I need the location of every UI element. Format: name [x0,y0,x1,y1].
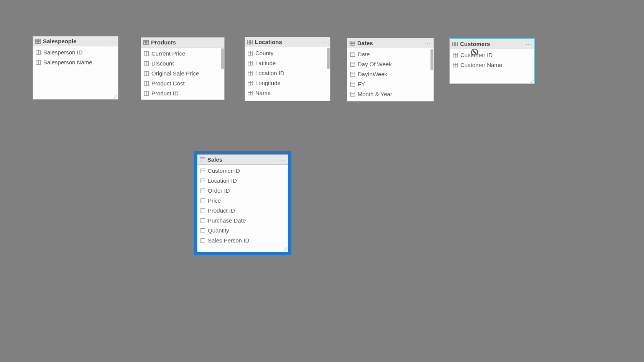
column-icon [36,50,41,55]
table-header[interactable]: Salespeople ··· [33,36,118,46]
field-row[interactable]: Customer ID [197,166,288,176]
table-title: Locations [255,39,320,45]
resize-grip[interactable] [284,247,288,251]
field-row[interactable]: Product Cost [141,79,224,88]
table-menu-button[interactable]: ··· [424,40,431,46]
table-sales[interactable]: Sales ··· Customer ID Location ID Order … [197,154,288,252]
column-icon [200,169,205,173]
table-dates[interactable]: Dates ··· Date Day Of Week DayInWeek FY … [347,38,434,102]
table-title: Sales [207,156,278,163]
field-name: Purchase Date [208,216,246,225]
field-row[interactable]: Month & Year [347,89,434,99]
field-row[interactable]: Product ID [197,206,288,216]
field-row[interactable]: Discount [141,59,224,69]
field-row[interactable]: Purchase Date [197,216,288,226]
field-row[interactable]: DayInWeek [347,69,434,79]
field-name: Order ID [208,187,230,195]
table-customers[interactable]: Customers ··· Customer ID Customer Name [449,38,535,84]
field-row[interactable]: Date [347,49,434,59]
column-icon [144,61,149,66]
field-name: Salesperson ID [43,48,83,57]
table-menu-button[interactable]: ··· [320,39,328,45]
field-name: Location ID [255,69,284,77]
column-icon [200,198,205,203]
scrollbar[interactable] [430,49,433,70]
field-row[interactable]: Product ID [141,88,224,98]
table-menu-button[interactable]: ··· [278,157,286,163]
field-row[interactable]: Latitude [245,58,330,68]
column-icon [350,82,355,87]
column-icon [144,81,149,86]
table-header[interactable]: Dates ··· [347,38,434,48]
resize-grip[interactable] [530,79,534,83]
field-row[interactable]: Salesperson Name [33,57,118,67]
column-icon [200,228,205,233]
table-icon [143,40,149,45]
column-icon [200,208,205,213]
table-salespeople[interactable]: Salespeople ··· Salesperson ID Salespers… [33,36,118,100]
table-header[interactable]: Products ··· [141,38,224,48]
field-row[interactable]: Name [245,88,330,98]
field-name: Sales Person ID [208,236,249,245]
column-icon [350,92,355,97]
column-icon [453,63,458,67]
field-row[interactable]: Sales Person ID [197,236,288,246]
field-name: Price [208,197,221,205]
field-row[interactable]: Price [197,196,288,206]
field-name: Name [255,89,271,97]
field-row[interactable]: Day Of Week [347,59,434,69]
table-menu-button[interactable]: ··· [108,38,116,44]
field-row[interactable]: Salesperson ID [33,48,118,57]
table-menu-button[interactable]: ··· [215,39,222,46]
table-body: Salesperson ID Salesperson Name [33,46,118,99]
field-row[interactable]: Longitude [245,78,330,88]
table-body: Date Day Of Week DayInWeek FY Month & Ye… [347,48,434,101]
field-row[interactable]: Current Price [141,49,224,59]
column-icon [248,71,253,75]
resize-grip[interactable] [114,95,118,99]
field-name: Customer ID [460,51,493,59]
table-icon [247,40,253,44]
table-products[interactable]: Products ··· Current Price Discount Orig… [141,37,225,100]
table-locations[interactable]: Locations ··· County Latitude Location I… [245,37,330,101]
field-name: DayInWeek [358,70,387,79]
column-icon [200,188,205,193]
field-row[interactable]: Quantity [197,226,288,236]
field-row[interactable]: Customer ID [450,50,534,60]
field-name: Month & Year [358,90,392,98]
field-name: Current Price [151,49,185,58]
field-name: Discount [151,59,174,68]
field-name: County [255,49,274,57]
field-name: Product ID [151,89,179,98]
field-row[interactable]: Location ID [197,176,288,186]
table-icon [35,39,41,44]
field-row[interactable]: FY [347,79,434,89]
table-header[interactable]: Customers ··· [450,39,534,49]
field-row[interactable]: Order ID [197,186,288,196]
field-name: Latitude [255,59,276,67]
column-icon [453,53,458,57]
table-body: Customer ID Location ID Order ID Price P… [197,165,288,252]
table-body: Current Price Discount Original Sale Pri… [141,48,224,100]
column-icon [248,61,253,66]
column-icon [144,51,149,56]
table-icon [452,42,458,46]
scrollbar[interactable] [327,48,330,69]
column-icon [350,72,355,77]
table-title: Products [151,39,215,46]
field-name: Product ID [208,206,235,215]
field-row[interactable]: Customer Name [450,60,534,70]
field-row[interactable]: Location ID [245,68,330,78]
field-row[interactable]: Original Sale Price [141,69,224,79]
column-icon [350,62,355,67]
field-row[interactable]: County [245,48,330,58]
column-icon [248,91,253,95]
table-title: Salespeople [43,38,108,44]
table-header[interactable]: Locations ··· [245,37,330,47]
column-icon [200,238,205,243]
table-header[interactable]: Sales ··· [197,155,288,165]
scrollbar[interactable] [221,48,224,69]
field-name: Customer Name [460,61,502,69]
model-canvas[interactable]: Salespeople ··· Salesperson ID Salespers… [0,0,644,362]
table-menu-button[interactable]: ··· [525,41,532,47]
